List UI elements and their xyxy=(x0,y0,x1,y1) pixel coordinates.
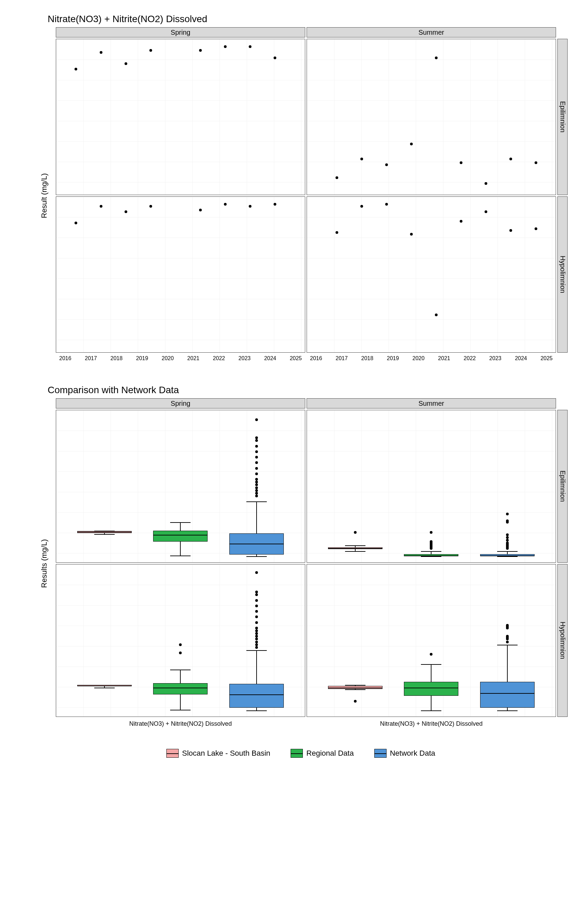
scatter-chart: Nitrate(NO3) + Nitrite(NO2) Dissolved Sp… xyxy=(34,14,568,368)
data-point xyxy=(410,142,413,145)
outlier xyxy=(255,616,258,618)
outlier xyxy=(430,531,433,534)
outlier xyxy=(255,571,258,574)
data-point xyxy=(149,49,152,52)
outlier xyxy=(255,436,258,439)
data-point xyxy=(199,49,202,52)
outlier xyxy=(354,700,357,703)
data-point xyxy=(535,162,537,164)
box-chart: Comparison with Network Data Spring Summ… xyxy=(34,385,568,732)
outlier xyxy=(255,635,258,638)
boxplot xyxy=(150,410,211,563)
legend-regional: Regional Data xyxy=(291,749,354,758)
outlier xyxy=(506,539,509,542)
data-point xyxy=(249,205,252,208)
outlier xyxy=(255,591,258,593)
box-y-axis-title: Results (mg/L) xyxy=(34,410,55,717)
data-point xyxy=(535,227,537,230)
outlier xyxy=(179,651,182,654)
outlier xyxy=(430,653,433,656)
outlier xyxy=(255,593,258,596)
panel-summer-epi xyxy=(307,39,556,195)
row-strip-hypo: Hypolimnion xyxy=(557,564,568,717)
outlier xyxy=(255,646,258,649)
data-point xyxy=(100,51,102,54)
data-point xyxy=(124,210,127,213)
outlier xyxy=(255,627,258,629)
scatter-y-axis-title: Result (mg/L) xyxy=(34,39,55,352)
row-strip-hypo: Hypolimnion xyxy=(557,196,568,352)
outlier xyxy=(255,632,258,635)
data-point xyxy=(199,209,202,212)
outlier xyxy=(506,533,509,536)
data-point xyxy=(274,203,276,205)
outlier xyxy=(506,512,509,516)
legend: Slocan Lake - South Basin Regional Data … xyxy=(34,749,568,758)
outlier xyxy=(255,605,258,607)
box-panel-summer-epi xyxy=(307,410,556,563)
outlier xyxy=(255,439,258,442)
boxplot xyxy=(401,410,462,563)
outlier xyxy=(506,519,509,522)
data-point xyxy=(336,231,338,234)
outlier xyxy=(255,643,258,646)
data-point xyxy=(224,45,227,48)
outlier xyxy=(255,599,258,602)
data-point xyxy=(435,314,438,316)
data-point xyxy=(385,203,388,205)
outlier xyxy=(255,495,258,497)
data-point xyxy=(460,162,462,164)
outlier xyxy=(179,643,182,646)
data-point xyxy=(224,203,227,205)
boxplot xyxy=(401,564,462,716)
swatch-regional xyxy=(291,749,303,758)
outlier xyxy=(506,536,509,539)
data-point xyxy=(149,205,152,208)
outlier xyxy=(255,489,258,492)
x-ticks-summer: 2016201720182019202020212022202320242025 xyxy=(307,354,556,368)
boxplot xyxy=(74,410,135,563)
data-point xyxy=(509,158,512,160)
box-panel-spring-hypo: 0.5 0.4 0.3 0.2 0.1 0.0 xyxy=(56,564,305,717)
outlier xyxy=(255,629,258,632)
data-point xyxy=(485,210,487,213)
box-panel-spring-epi: 0.5 0.4 0.3 0.2 0.1 0.0 xyxy=(56,410,305,563)
outlier xyxy=(255,472,258,475)
boxplot xyxy=(74,564,135,716)
row-strip-epi: Epilimnion xyxy=(557,410,568,563)
panel-spring-epi: 0.08 0.06 0.04 0.02 xyxy=(56,39,305,195)
outlier xyxy=(506,542,509,544)
data-point xyxy=(124,62,127,65)
data-point xyxy=(74,221,77,224)
data-point xyxy=(509,229,512,232)
outlier xyxy=(506,641,509,643)
outlier xyxy=(255,467,258,470)
outlier xyxy=(430,540,433,543)
col-strip-summer: Summer xyxy=(307,27,556,37)
outlier xyxy=(255,492,258,495)
data-point xyxy=(274,57,276,59)
data-point xyxy=(74,68,77,71)
outlier xyxy=(255,478,258,481)
outlier xyxy=(255,450,258,453)
boxplot xyxy=(477,564,538,716)
outlier xyxy=(255,461,258,464)
boxplot xyxy=(325,410,386,563)
boxplot xyxy=(226,564,287,716)
outlier xyxy=(506,624,509,627)
data-point xyxy=(435,57,438,59)
outlier xyxy=(255,641,258,643)
box-title: Comparison with Network Data xyxy=(48,385,568,396)
boxplot xyxy=(226,410,287,563)
outlier xyxy=(255,621,258,624)
data-point xyxy=(336,176,338,179)
panel-summer-hypo xyxy=(307,196,556,352)
legend-slocan: Slocan Lake - South Basin xyxy=(166,749,270,758)
data-point xyxy=(360,205,363,208)
col-strip-spring: Spring xyxy=(56,398,305,409)
outlier xyxy=(255,610,258,613)
data-point xyxy=(385,163,388,166)
swatch-network xyxy=(374,749,386,758)
col-strip-summer: Summer xyxy=(307,398,556,409)
outlier xyxy=(255,445,258,448)
